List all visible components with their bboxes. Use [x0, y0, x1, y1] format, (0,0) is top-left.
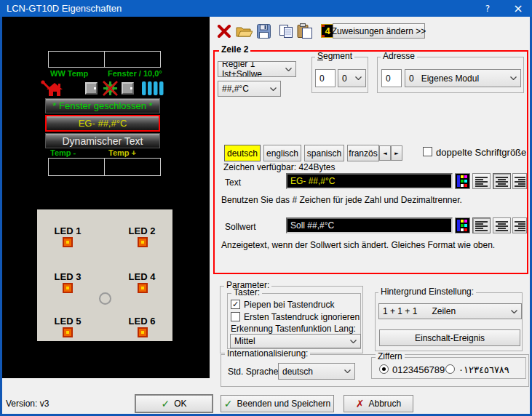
- beep-label: Piepen bei Tastendruck: [244, 300, 335, 310]
- sollwert-align-left-button[interactable]: [472, 217, 491, 233]
- led-1-indicator[interactable]: [63, 237, 73, 247]
- adresse-combo[interactable]: 0 Eigenes Modul: [405, 69, 521, 87]
- zeile2-caption: Zeile 2: [219, 45, 250, 55]
- led-6-indicator[interactable]: [138, 327, 148, 337]
- button-square-icon[interactable]: [122, 82, 134, 95]
- ziffern-western-label: 0123456789: [392, 365, 445, 375]
- ok-button[interactable]: ✓ OK: [135, 395, 213, 412]
- preview-label-ww-temp: WW Temp: [50, 69, 88, 78]
- check-icon: ✓: [224, 398, 233, 409]
- radiator-icon[interactable]: [141, 81, 164, 98]
- chars-available-label: Zeichen verfügbar: 424Bytes: [223, 163, 335, 172]
- segment-caption: Segment: [315, 52, 354, 61]
- led-label: LED 3: [46, 271, 90, 282]
- open-folder-icon[interactable]: [236, 24, 253, 41]
- save-icon[interactable]: [257, 24, 271, 41]
- beep-checkbox[interactable]: ✓: [231, 300, 240, 309]
- format-combo[interactable]: ##,#°C: [218, 81, 281, 97]
- led-label: LED 4: [120, 271, 164, 282]
- preview-bottom-left-box[interactable]: [48, 158, 105, 176]
- gear-disabled-icon[interactable]: [102, 80, 119, 99]
- preview-top-left-box[interactable]: [48, 51, 105, 68]
- tab-deutsch[interactable]: deutsch: [224, 145, 261, 161]
- panel-screw-circle: [99, 292, 111, 305]
- adresse-caption: Adresse: [381, 52, 417, 61]
- led-4-indicator[interactable]: [138, 283, 148, 293]
- internationalisierung-caption: Internationalisierung:: [225, 349, 310, 359]
- sollwert-color-palette-button[interactable]: [455, 217, 470, 233]
- chimney-house-icon[interactable]: [40, 80, 63, 99]
- taster-caption: Taster:: [231, 288, 262, 297]
- window-title: LCN-GT10D Eigenschaften: [7, 3, 122, 14]
- einschalt-ereignis-button[interactable]: Einschalt-Ereignis: [379, 329, 520, 346]
- segment-combo[interactable]: 0: [338, 69, 366, 87]
- tab-scroll-left-button[interactable]: ◄: [379, 145, 391, 161]
- hintergrund-caption: Hintergrund Einstellung:: [378, 287, 476, 297]
- tab-scroll-right-button[interactable]: ►: [391, 145, 402, 161]
- dialog-window: LCN-GT10D Eigenschaften ? × WW Temp Fens…: [0, 0, 532, 416]
- adresse-id-field[interactable]: 0: [381, 69, 402, 87]
- help-button[interactable]: ?: [475, 0, 500, 17]
- sollwert-label: Sollwert: [225, 223, 256, 232]
- tab-franzoesisch[interactable]: französ: [347, 145, 379, 161]
- sollwert-align-center-button[interactable]: [493, 217, 511, 233]
- text-color-palette-button[interactable]: [455, 173, 470, 189]
- abbruch-button[interactable]: ✗ Abbruch: [344, 395, 413, 412]
- title-bar: LCN-GT10D Eigenschaften: [0, 0, 532, 17]
- tab-spanisch[interactable]: spanisch: [304, 145, 344, 161]
- ignore-first-press-label: Ersten Tastendruck ignorieren: [244, 313, 360, 322]
- led-label: LED 6: [120, 316, 164, 327]
- text-hint: Benutzen Sie das # Zeichen für jede Zahl…: [221, 196, 462, 205]
- ziffern-western-radio[interactable]: [379, 364, 389, 374]
- version-label: Version: v3: [6, 399, 49, 409]
- text-align-left-button[interactable]: [472, 173, 491, 189]
- cross-icon: ✗: [356, 398, 365, 409]
- preview-bar-dynamischer-text[interactable]: Dynamischer Text: [45, 133, 160, 148]
- double-size-checkbox[interactable]: [423, 147, 432, 156]
- ziffern-eastern-radio[interactable]: [445, 364, 455, 374]
- text-align-center-button[interactable]: [493, 173, 511, 189]
- close-button[interactable]: ×: [506, 0, 531, 17]
- copy-icon[interactable]: [279, 24, 293, 41]
- sollwert-input[interactable]: Soll ##,#°C: [286, 217, 453, 233]
- text-input[interactable]: EG- ##,#°C: [286, 173, 453, 189]
- led-3-indicator[interactable]: [63, 283, 73, 293]
- preview-label-fenster: Fenster / 10,0°: [108, 69, 162, 78]
- preview-bar-eg-selected[interactable]: EG- ##,#°C: [45, 115, 160, 132]
- led-label: LED 5: [46, 316, 90, 327]
- button-square-icon[interactable]: [85, 82, 98, 95]
- beenden-und-speichern-button[interactable]: ✓ Beenden und Speichern: [221, 395, 334, 412]
- double-size-label: doppelte Schriftgröße: [436, 148, 526, 157]
- paste-icon[interactable]: [297, 23, 313, 41]
- ziffern-caption: Ziffern: [376, 352, 405, 361]
- led-5-indicator[interactable]: [63, 327, 73, 337]
- tab-englisch[interactable]: englisch: [263, 145, 301, 161]
- segment-id-field[interactable]: 0: [315, 69, 336, 87]
- preview-label-temp-minus: Temp -: [50, 148, 76, 157]
- detect-long-combo[interactable]: Mittel: [230, 334, 361, 348]
- text-align-right-button[interactable]: [512, 173, 527, 189]
- display-preview-panel: WW Temp Fenster / 10,0°: [2, 17, 210, 378]
- preview-bottom-right-box[interactable]: [104, 158, 161, 176]
- sollwert-align-right-button[interactable]: [512, 217, 527, 233]
- led-label: LED 1: [46, 225, 90, 236]
- delete-icon[interactable]: [217, 25, 231, 40]
- preview-top-right-box[interactable]: [104, 51, 161, 68]
- std-sprache-combo[interactable]: deutsch: [278, 363, 355, 380]
- preview-bar-fenster-geschlossen[interactable]: * Fenster geschlossen *: [45, 98, 160, 113]
- sollwert-hint: Anzeigetext, wenn der Sollwert sich ände…: [221, 241, 495, 250]
- ignore-first-press-checkbox[interactable]: [231, 312, 240, 321]
- check-icon: ✓: [161, 398, 170, 409]
- ziffern-eastern-label: ٠١٢٣٤٥٦٧٨٩: [458, 365, 509, 375]
- detect-long-label: Erkennung Tastenfunktion Lang:: [231, 324, 356, 334]
- led-2-indicator[interactable]: [138, 237, 148, 247]
- text-label: Text: [225, 178, 241, 188]
- zeilen-combo[interactable]: 1 + 1 + 1 Zeilen: [378, 303, 522, 319]
- function-combo[interactable]: Regler 1 Ist+Sollwe: [218, 61, 296, 77]
- zuweisungen-aendern-button[interactable]: Zuweisungen ändern >>: [333, 23, 425, 39]
- preview-label-temp-plus: Temp +: [108, 148, 136, 157]
- led-panel: LED 1 LED 2 LED 3 LED 4 LED 5 LED 6: [37, 209, 172, 341]
- std-sprache-label: Std. Sprache: [228, 367, 278, 377]
- led-label: LED 2: [120, 225, 164, 236]
